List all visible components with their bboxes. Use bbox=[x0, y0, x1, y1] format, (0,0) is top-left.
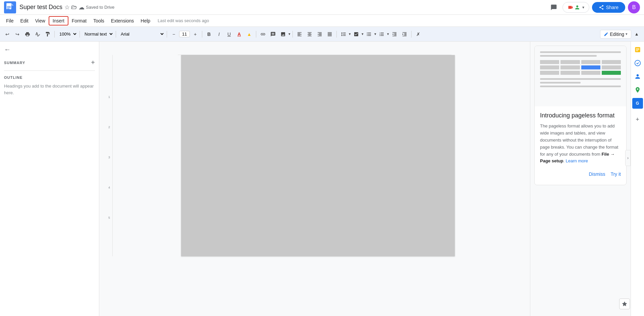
bold-button[interactable]: B bbox=[204, 30, 214, 39]
italic-button[interactable]: I bbox=[214, 30, 224, 39]
separator-9 bbox=[411, 31, 412, 38]
paint-format-button[interactable] bbox=[43, 30, 52, 39]
spellcheck-button[interactable] bbox=[33, 30, 42, 39]
try-it-button[interactable]: Try it bbox=[610, 171, 621, 177]
align-center-button[interactable] bbox=[305, 30, 314, 39]
pageless-learn-more-link[interactable]: Learn more bbox=[566, 158, 588, 163]
font-size-decrease-button[interactable]: − bbox=[169, 30, 178, 39]
svg-rect-4 bbox=[7, 7, 11, 8]
separator-7 bbox=[292, 31, 293, 38]
insert-image-button[interactable] bbox=[278, 30, 288, 39]
font-family-select[interactable]: Arial Times New Roman Courier New Georgi… bbox=[118, 31, 165, 38]
user-avatar[interactable]: B bbox=[628, 1, 640, 13]
document-area[interactable]: 1 2 3 4 5 bbox=[99, 42, 530, 316]
insert-comment-button[interactable] bbox=[268, 30, 278, 39]
add-addon-button[interactable]: + bbox=[632, 114, 643, 125]
menu-file[interactable]: File bbox=[3, 17, 17, 25]
collapse-toolbar-button[interactable]: ▲ bbox=[632, 30, 641, 39]
preview-cell-4 bbox=[602, 60, 621, 64]
last-edit-label: Last edit was seconds ago bbox=[158, 18, 209, 23]
menu-format[interactable]: Format bbox=[68, 17, 90, 25]
pageless-card-body: Introducing pageless format The pageless… bbox=[535, 106, 626, 185]
text-style-select[interactable]: Normal text Heading 1 Heading 2 Heading … bbox=[82, 31, 114, 38]
horizontal-ruler bbox=[178, 48, 451, 55]
editing-label: Editing bbox=[610, 32, 624, 37]
editing-mode-button[interactable]: Editing ▾ bbox=[600, 30, 631, 39]
summary-section: SUMMARY + bbox=[4, 59, 95, 66]
separator-6 bbox=[256, 31, 256, 38]
menu-view[interactable]: View bbox=[32, 17, 49, 25]
line-spacing-button[interactable] bbox=[339, 30, 348, 39]
sidebar-back-button[interactable]: ← bbox=[4, 46, 11, 53]
bullet-list-button[interactable] bbox=[364, 30, 374, 39]
right-panel: Introducing pageless format The pageless… bbox=[530, 42, 631, 316]
preview-line-2 bbox=[540, 55, 597, 57]
separator-8 bbox=[336, 31, 337, 38]
redo-button[interactable]: ↪ bbox=[13, 30, 22, 39]
preview-line-5 bbox=[540, 86, 621, 87]
numbered-list-button[interactable] bbox=[377, 30, 386, 39]
font-size-input[interactable] bbox=[179, 31, 190, 37]
separator-2 bbox=[79, 31, 80, 38]
menu-insert[interactable]: Insert bbox=[49, 16, 68, 25]
toolbar: ↩ ↪ 100% 75% 125% 150% Normal text Headi… bbox=[0, 27, 644, 42]
menu-edit[interactable]: Edit bbox=[17, 17, 32, 25]
keep-notes-icon-button[interactable] bbox=[632, 44, 643, 55]
checklist-button[interactable] bbox=[352, 30, 361, 39]
assistant-button[interactable] bbox=[619, 299, 630, 309]
preview-table bbox=[540, 60, 621, 75]
separator-1 bbox=[54, 31, 55, 38]
page-content-area[interactable] bbox=[181, 55, 455, 256]
clear-format-button[interactable]: ✗ bbox=[414, 30, 423, 39]
preview-line-3 bbox=[540, 78, 621, 80]
print-button[interactable] bbox=[23, 30, 32, 39]
separator-5 bbox=[202, 31, 202, 38]
maps-icon-button[interactable] bbox=[632, 85, 643, 95]
right-panel-toggle[interactable]: › bbox=[625, 150, 631, 166]
docs-icon bbox=[4, 1, 16, 13]
preview-cell-5 bbox=[540, 65, 559, 69]
pageless-format-card: Introducing pageless format The pageless… bbox=[534, 46, 627, 185]
tasks-icon-button[interactable] bbox=[632, 58, 643, 68]
title-right-actions: ▾ Share B bbox=[548, 1, 640, 13]
underline-button[interactable]: U bbox=[224, 30, 234, 39]
gemini-icon-button[interactable]: G bbox=[632, 98, 643, 109]
chat-button[interactable] bbox=[548, 1, 560, 13]
menu-help[interactable]: Help bbox=[137, 17, 154, 25]
undo-button[interactable]: ↩ bbox=[3, 30, 12, 39]
preview-cell-1 bbox=[540, 60, 559, 64]
preview-cell-7 bbox=[581, 65, 600, 69]
indent-decrease-button[interactable] bbox=[390, 30, 399, 39]
meet-button[interactable]: ▾ bbox=[562, 2, 589, 13]
doc-title[interactable]: Super test Docs bbox=[19, 4, 62, 11]
align-left-button[interactable] bbox=[295, 30, 304, 39]
menu-tools[interactable]: Tools bbox=[90, 17, 108, 25]
share-button[interactable]: Share bbox=[592, 2, 625, 13]
preview-line-4 bbox=[540, 82, 581, 84]
cloud-icon: ☁ bbox=[78, 4, 85, 11]
svg-rect-8 bbox=[636, 49, 639, 50]
align-right-button[interactable] bbox=[315, 30, 324, 39]
folder-icon[interactable]: 🗁 bbox=[71, 4, 77, 11]
dismiss-button[interactable]: Dismiss bbox=[589, 171, 605, 177]
text-color-button[interactable]: A bbox=[234, 30, 244, 39]
star-icon[interactable]: ☆ bbox=[64, 4, 70, 11]
summary-label: SUMMARY bbox=[4, 61, 25, 65]
share-label: Share bbox=[606, 5, 619, 10]
font-size-increase-button[interactable]: + bbox=[191, 30, 200, 39]
menu-bar: File Edit View Insert Format Tools Exten… bbox=[0, 15, 644, 27]
zoom-select[interactable]: 100% 75% 125% 150% bbox=[57, 31, 77, 38]
insert-link-button[interactable] bbox=[258, 30, 268, 39]
document-page[interactable] bbox=[181, 55, 455, 256]
highlight-button[interactable]: ▲ bbox=[245, 30, 254, 39]
summary-add-button[interactable]: + bbox=[91, 59, 95, 66]
justify-button[interactable] bbox=[325, 30, 334, 39]
menu-extensions[interactable]: Extensions bbox=[108, 17, 137, 25]
pageless-preview bbox=[535, 46, 626, 106]
preview-cell-8 bbox=[602, 65, 621, 69]
indent-increase-button[interactable] bbox=[400, 30, 409, 39]
main-layout: ← SUMMARY + OUTLINE Headings you add to … bbox=[0, 42, 644, 316]
contacts-icon-button[interactable] bbox=[632, 71, 643, 82]
pageless-card-actions: Dismiss Try it bbox=[540, 169, 621, 179]
right-side-icons: G + bbox=[631, 42, 644, 316]
